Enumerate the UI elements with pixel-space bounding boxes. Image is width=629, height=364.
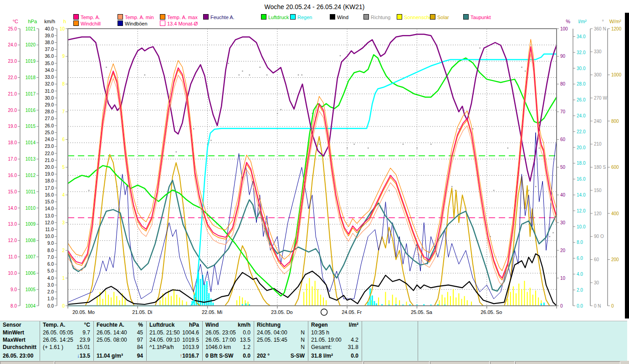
legend-swatch-icon (160, 20, 165, 26)
legend-label: Feuchte A. (210, 15, 235, 20)
tick-label-temp: 24.0 (8, 42, 17, 47)
tick-label-wm2: 0 (611, 303, 614, 308)
tick-label-kmh: 25.0 (45, 130, 54, 135)
weather-chart-plot[interactable]: °C8.09.010.011.012.013.014.015.016.017.0… (0, 0, 629, 364)
stats-cell: 25.05. 15:45N (254, 336, 308, 344)
day-label: 26.05. So (481, 309, 502, 315)
stats-cell: 202 °S-SW (254, 351, 308, 361)
direction-dot (528, 190, 529, 191)
tick-label-kmh: 4.0 (47, 276, 54, 281)
stats-cell: 26.05. 05:059.7 (40, 329, 93, 336)
direction-dot (172, 155, 173, 156)
tick-label-temp: 16.0 (8, 173, 17, 178)
stats-cell: 24.05. 04:00N (254, 329, 308, 336)
day-label: 21.05. Di (132, 309, 152, 315)
stats-cell: Feuchte A.% (94, 321, 146, 329)
tick-label-kmh: 24.0 (45, 137, 54, 142)
day-label: 20.05. Mo (72, 309, 95, 315)
stats-cell: 1046.0 km1.2 (203, 344, 254, 351)
direction-dot (507, 147, 508, 148)
stats-cell: Temp. A.°C (40, 321, 93, 329)
legend-swatch-icon (430, 14, 435, 20)
stats-cell (362, 344, 418, 351)
tick-label-kmh: 36.0 (45, 54, 54, 59)
direction-dot (493, 190, 494, 191)
status-bar-segment (0, 361, 54, 364)
direction-dot (535, 186, 536, 187)
legend-swatch-icon (160, 14, 165, 20)
direction-dot (549, 236, 550, 237)
legend-label: Luftdruck (268, 15, 289, 20)
tick-label-lm2: 34.0 (577, 34, 586, 39)
tick-label-kmh: 19.0 (45, 172, 54, 177)
tick-label-hpa: 1016 (26, 108, 36, 113)
series-solar (68, 136, 557, 306)
tick-label-hpa: 1015 (26, 124, 36, 129)
tick-label-hpa: 1005 (26, 287, 36, 292)
legend-item-solar: Solar (430, 14, 449, 20)
tick-label-lm2: 30.0 (577, 66, 586, 71)
tick-label-kmh: 18.0 (45, 178, 54, 183)
tick-label-h: 0 (62, 303, 65, 308)
direction-dot (260, 67, 261, 68)
legend-item-temp-a-min: Temp. A. min (118, 14, 154, 20)
tick-label-temp: 15.0 (8, 189, 17, 194)
tick-label-kmh: 2.0 (47, 289, 54, 294)
tick-label-kmh: 37.0 (45, 47, 54, 52)
tick-label-temp: 17.0 (8, 157, 17, 162)
tick-label-kmh: 14.0 (45, 206, 54, 211)
stats-cell: 26.05. 23:00 (0, 351, 40, 361)
tick-label-wm2: 800 (611, 119, 619, 124)
status-bar-segment (515, 361, 620, 364)
plot-border (68, 29, 557, 306)
legend-item-temp-a-: Temp. A. (73, 14, 100, 20)
tick-label-hpa: 1011 (26, 189, 36, 194)
stats-col-richtung: Richtung24.05. 04:00N25.05. 15:45NN202 °… (254, 321, 308, 361)
direction-dot (298, 75, 299, 76)
tick-label-pct: 20 (560, 248, 566, 253)
tick-label-temp: 19.0 (8, 124, 17, 129)
tick-label-kmh: 10.0 (45, 234, 54, 239)
legend-label: Regen (297, 15, 312, 20)
axis-header-lm2: l/m² (578, 19, 587, 24)
tick-label-wm2: 400 (611, 211, 619, 216)
direction-dot (242, 71, 243, 71)
tick-label-hpa: 1020 (26, 42, 36, 47)
axis-header-wm2: W/m² (609, 19, 622, 24)
legend-label: Temp. A. min (125, 15, 154, 20)
status-bar-segment (363, 361, 430, 364)
tick-label-kmh: 1.0 (47, 296, 54, 301)
tick-label-pct: 50 (560, 165, 566, 170)
stats-cell: 24.05. 09:101019.5 (147, 336, 202, 344)
stats-cell: 21.05. 19:004.2 (308, 336, 362, 344)
tick-label-hpa: 1004 (26, 303, 36, 308)
legend-swatch-icon (397, 14, 402, 20)
right-edge-strip (625, 13, 629, 318)
stats-cell (362, 321, 418, 329)
status-bar-segment (430, 361, 490, 364)
series-temp_a (68, 46, 557, 278)
tick-label-h: 7 (62, 109, 65, 114)
tick-label-wm2: 1000 (611, 72, 622, 77)
legend-item-windchill: Windchill (73, 20, 101, 26)
stats-cell (362, 336, 418, 344)
stats-cell: Gesamt:31.8 (308, 344, 362, 351)
stats-cell: Richtung (254, 321, 308, 329)
tick-label-lm2: 18.0 (577, 161, 586, 166)
tick-label-dir: 150 (594, 188, 602, 193)
legend-item-windb-en: Windböen (118, 20, 148, 26)
tick-label-dir: 270 W (594, 96, 607, 101)
tick-label-kmh: 3.0 (47, 283, 54, 288)
tick-label-lm2: 10.0 (577, 224, 586, 229)
tick-label-lm2: 12.0 (577, 208, 586, 213)
tick-label-hpa: 1009 (26, 222, 36, 227)
tick-label-hpa: 1007 (26, 254, 36, 259)
tick-label-hpa: 1019 (26, 59, 36, 64)
stats-cell (362, 329, 418, 336)
stats-cell: Regenl/m² (308, 321, 362, 329)
tick-label-kmh: 38.0 (45, 40, 54, 45)
status-bar (0, 361, 629, 364)
direction-dot (266, 75, 267, 76)
direction-dot (458, 128, 459, 129)
direction-dot (472, 128, 473, 129)
